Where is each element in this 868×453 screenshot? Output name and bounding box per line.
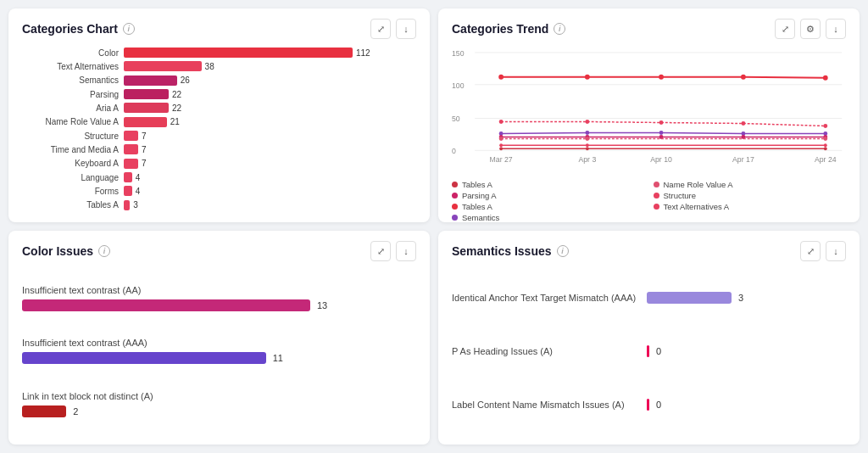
bar-label: Color [25, 48, 119, 58]
color-issues-title: Color Issues [22, 244, 93, 258]
bar-row: Tables A3 [25, 199, 413, 212]
sem-bar-wrap: 0 [647, 345, 661, 357]
issue-bar [22, 405, 66, 417]
issue-label: Insufficient text contrast (AAA) [22, 338, 416, 348]
bar-wrap: 7 [124, 144, 413, 154]
categories-trend-expand-btn[interactable]: ⤢ [775, 19, 795, 39]
legend-dot-tables-a2 [452, 204, 458, 210]
color-issues-download-btn[interactable]: ↓ [396, 241, 416, 261]
bar-label: Aria A [25, 103, 119, 113]
svg-text:Apr 10: Apr 10 [650, 155, 672, 164]
categories-trend-download-btn[interactable]: ↓ [826, 19, 846, 39]
trend-legend: Tables A Name Role Value A Parsing A Str… [452, 180, 846, 222]
bar-value: 7 [142, 159, 147, 168]
bar [124, 76, 177, 86]
svg-text:Apr 3: Apr 3 [578, 155, 596, 164]
sem-row: Label Content Name Mismatch Issues (A)0 [452, 399, 846, 411]
sem-row: Identical Anchor Text Target Mismatch (A… [452, 292, 846, 304]
categories-chart-expand-btn[interactable]: ⤢ [370, 19, 391, 39]
bar-label: Keyboard A [25, 159, 119, 168]
bar-value: 22 [172, 90, 181, 99]
bar-value: 38 [205, 62, 214, 71]
semantics-issues-info-icon[interactable]: i [557, 245, 569, 257]
bar-wrap: 21 [124, 117, 413, 127]
svg-point-16 [741, 75, 746, 80]
bar-label: Parsing [25, 90, 119, 99]
dashboard: Categories Chart i ⤢ ↓ Color112Text Alte… [8, 8, 860, 445]
legend-item-tables-a2: Tables A [452, 202, 645, 211]
bar-value: 4 [136, 187, 141, 196]
legend-dot-name-role [654, 182, 659, 187]
svg-text:150: 150 [452, 49, 465, 58]
issue-label: Link in text block not distinct (A) [22, 391, 416, 401]
categories-chart-title-group: Categories Chart i [22, 22, 135, 36]
svg-point-40 [586, 147, 589, 150]
bar-label: Semantics [25, 76, 119, 85]
categories-chart-actions: ⤢ ↓ [370, 19, 416, 39]
issue-bar-row: 2 [22, 405, 416, 417]
issue-bar-row: 13 [22, 299, 416, 311]
legend-dot-structure [654, 193, 659, 199]
svg-point-41 [824, 147, 827, 150]
svg-point-22 [823, 124, 827, 128]
trend-svg: 150 100 50 0 Mar 27 Apr 3 Apr 10 Apr 17 … [452, 46, 846, 176]
bar-value: 26 [181, 76, 190, 85]
legend-item-structure: Structure [654, 191, 847, 200]
bar-row: Semantics26 [25, 74, 413, 87]
trend-svg-wrap: 150 100 50 0 Mar 27 Apr 3 Apr 10 Apr 17 … [452, 46, 846, 176]
svg-point-18 [499, 120, 504, 124]
legend-item-tables-a: Tables A [452, 180, 645, 189]
svg-text:50: 50 [452, 115, 460, 123]
bar-row: Structure7 [25, 129, 413, 143]
svg-point-20 [659, 120, 664, 125]
legend-dot-semantics [452, 215, 458, 221]
svg-point-39 [499, 147, 503, 150]
issue-row: Link in text block not distinct (A)2 [22, 391, 416, 417]
svg-point-36 [499, 143, 503, 147]
svg-point-17 [823, 76, 828, 81]
bar-value: 112 [356, 48, 370, 58]
sem-label: Identical Anchor Text Target Mismatch (A… [452, 293, 638, 303]
bar [124, 172, 132, 182]
sem-zero-bar [647, 399, 649, 411]
bar-wrap: 22 [124, 89, 413, 99]
categories-chart-download-btn[interactable]: ↓ [396, 19, 416, 39]
bar-label: Name Role Value A [25, 117, 119, 126]
issue-value: 2 [73, 406, 78, 417]
bar-wrap: 112 [124, 48, 413, 58]
categories-trend-settings-btn[interactable]: ⚙ [800, 19, 821, 39]
issue-value: 13 [317, 300, 327, 310]
semantics-issues-expand-btn[interactable]: ⤢ [800, 241, 821, 261]
color-issues-info-icon[interactable]: i [98, 245, 110, 257]
bar [124, 89, 169, 99]
bar-wrap: 7 [124, 131, 413, 141]
svg-text:100: 100 [452, 81, 465, 90]
svg-point-37 [586, 143, 589, 147]
semantics-issues-download-btn[interactable]: ↓ [826, 241, 846, 261]
sem-label: Label Content Name Mismatch Issues (A) [452, 400, 638, 410]
svg-point-15 [659, 75, 664, 80]
categories-chart-header: Categories Chart i ⤢ ↓ [22, 19, 416, 39]
bar-wrap: 4 [124, 172, 413, 182]
sem-bar [647, 292, 732, 304]
categories-chart-info-icon[interactable]: i [123, 23, 135, 35]
sem-value: 0 [656, 400, 661, 410]
bar-label: Forms [25, 187, 119, 196]
categories-trend-title-group: Categories Trend i [452, 22, 565, 36]
bar [124, 48, 353, 58]
categories-trend-info-icon[interactable]: i [554, 23, 565, 35]
legend-item-parsing-a: Parsing A [452, 191, 645, 200]
bar-wrap: 38 [124, 61, 413, 71]
bar [124, 131, 138, 141]
bar-wrap: 7 [124, 159, 413, 169]
bar-value: 7 [142, 145, 147, 154]
color-issues-expand-btn[interactable]: ⤢ [370, 241, 391, 261]
legend-item-text-alt: Text Alternatives A [654, 202, 847, 211]
categories-trend-header: Categories Trend i ⤢ ⚙ ↓ [452, 19, 846, 39]
bar-label: Time and Media A [25, 145, 119, 154]
categories-trend-card: Categories Trend i ⤢ ⚙ ↓ 150 100 50 0 [438, 8, 860, 222]
bar-row: Keyboard A7 [25, 157, 413, 171]
svg-point-13 [498, 75, 504, 80]
bar-value: 7 [142, 131, 147, 141]
bar-row: Color112 [25, 46, 413, 59]
